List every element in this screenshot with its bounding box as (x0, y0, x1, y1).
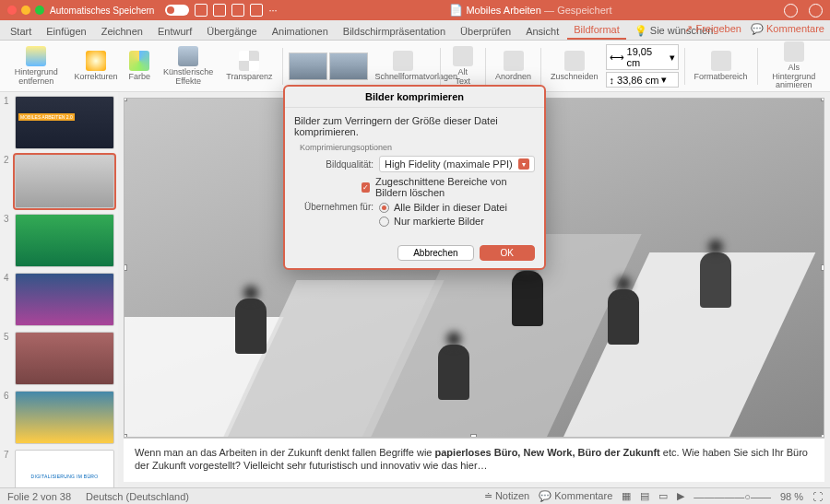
color-button[interactable]: Farbe (125, 51, 154, 82)
corrections-icon (86, 51, 106, 71)
tab-draw[interactable]: Zeichnen (95, 23, 149, 40)
height-input[interactable]: ↕ 33,86 cm ▾ (606, 72, 679, 88)
quick-styles-button[interactable]: Schnellformatvorlagen (372, 51, 434, 82)
window-controls (7, 6, 44, 15)
autosave-toggle[interactable] (165, 5, 189, 16)
ribbon-tabs: Start Einfügen Zeichnen Entwurf Übergäng… (0, 20, 830, 41)
fit-to-window-icon[interactable]: ⛶ (812, 491, 823, 502)
alttext-icon (453, 46, 473, 66)
delete-cropped-label: Zugeschnittene Bereiche von Bildern lösc… (375, 176, 535, 198)
tab-review[interactable]: Überprüfen (454, 23, 517, 40)
slide-counter: Folie 2 von 38 (7, 491, 71, 502)
slide-thumbnails: 1MOBILES ARBEITEN 2.0 2 3 4 5 6 7DIGITAL… (0, 92, 118, 487)
remove-background-button[interactable]: Hintergrund entfernen (6, 46, 66, 87)
document-title: 📄 Mobiles Arbeiten — Gespeichert (283, 4, 778, 17)
tab-insert[interactable]: Einfügen (40, 23, 92, 40)
apply-selected-radio[interactable] (379, 217, 389, 227)
redo-icon[interactable] (250, 4, 263, 17)
tab-animations[interactable]: Animationen (266, 23, 335, 40)
search-icon[interactable] (784, 4, 798, 18)
format-pane-button[interactable]: Formatbereich (691, 51, 752, 82)
crop-icon (564, 51, 585, 71)
resize-handle[interactable] (470, 434, 477, 438)
picture-style-1[interactable] (289, 53, 327, 80)
title-bar: Automatisches Speichern ··· 📄 Mobiles Ar… (0, 0, 830, 20)
tab-picture-format[interactable]: Bildformat (567, 21, 626, 40)
transparency-icon (239, 51, 259, 71)
save-icon[interactable] (213, 4, 226, 17)
apply-to-label: Übernehmen für: (294, 202, 374, 212)
delete-cropped-checkbox[interactable]: ✓ (362, 182, 370, 193)
autosave-label: Automatisches Speichern (50, 6, 154, 16)
notes-toggle[interactable]: ≐ Notizen (484, 490, 529, 502)
zoom-window-icon[interactable] (35, 6, 44, 15)
undo-icon[interactable] (231, 4, 244, 17)
quickstyles-icon (393, 51, 413, 71)
thumbnail-4[interactable]: 4 (4, 273, 114, 326)
close-window-icon[interactable] (7, 6, 17, 15)
tab-start[interactable]: Start (4, 23, 38, 40)
animate-as-background-button[interactable]: Als Hintergrund animieren (764, 41, 824, 91)
thumbnail-7[interactable]: 7DIGITALISIERUNG IM BÜRO (4, 450, 114, 487)
account-icon[interactable] (809, 4, 823, 18)
transparency-button[interactable]: Transparenz (222, 51, 276, 82)
resize-handle[interactable] (124, 264, 127, 271)
alt-text-button[interactable]: Alt Text (445, 46, 480, 87)
picture-style-2[interactable] (329, 53, 368, 80)
home-icon[interactable] (195, 4, 208, 17)
tab-slideshow[interactable]: Bildschirmpräsentation (337, 23, 452, 40)
more-icon[interactable]: ··· (268, 5, 277, 16)
comments-toggle[interactable]: 💬 Kommentare (539, 490, 612, 502)
tab-design[interactable]: Entwurf (151, 23, 198, 40)
resize-handle[interactable] (821, 264, 824, 271)
resize-handle[interactable] (821, 434, 824, 438)
status-bar: Folie 2 von 38 Deutsch (Deutschland) ≐ N… (0, 487, 830, 504)
view-reading-icon[interactable]: ▭ (658, 490, 668, 502)
crop-button[interactable]: Zuschneiden (547, 51, 602, 82)
corrections-button[interactable]: Korrekturen (70, 51, 121, 82)
view-slideshow-icon[interactable]: ▶ (677, 490, 684, 502)
remove-bg-icon (26, 46, 46, 66)
arrange-icon (504, 51, 524, 71)
artistic-effects-button[interactable]: Künstlerische Effekte (158, 46, 219, 87)
view-sorter-icon[interactable]: ▤ (640, 490, 649, 502)
dialog-description: Bilder zum Verringern der Größe dieser D… (294, 115, 535, 137)
resize-handle[interactable] (124, 434, 127, 438)
ok-button[interactable]: OK (480, 245, 535, 261)
quality-label: Bildqualität: (294, 159, 374, 170)
thumbnail-2[interactable]: 2 (4, 155, 114, 208)
thumbnail-5[interactable]: 5 (4, 332, 114, 385)
thumbnail-1[interactable]: 1MOBILES ARBEITEN 2.0 (4, 96, 114, 149)
resize-handle[interactable] (124, 98, 127, 101)
thumb-badge: DIGITALISIERUNG IM BÜRO (31, 474, 99, 479)
dialog-title: Bilder komprimieren (285, 87, 544, 108)
thumbnail-6[interactable]: 6 (4, 391, 114, 444)
share-button[interactable]: ↗ Freigeben (684, 23, 741, 35)
compress-pictures-dialog: Bilder komprimieren Bilder zum Verringer… (283, 85, 546, 270)
compression-options-label: Komprimierungsoptionen (300, 143, 535, 152)
tab-view[interactable]: Ansicht (519, 23, 565, 40)
width-input[interactable]: ⟷ 19,05 cm ▾ (606, 44, 679, 70)
animate-bg-icon (784, 41, 804, 62)
thumbnail-3[interactable]: 3 (4, 214, 114, 267)
zoom-level[interactable]: 98 % (780, 491, 803, 502)
format-pane-icon (711, 51, 731, 71)
resize-handle[interactable] (821, 98, 824, 101)
thumb-badge: MOBILES ARBEITEN 2.0 (18, 113, 75, 121)
comments-button[interactable]: 💬 Kommentare (751, 23, 824, 35)
cancel-button[interactable]: Abbrechen (397, 245, 473, 261)
language-indicator[interactable]: Deutsch (Deutschland) (86, 491, 189, 502)
tab-transitions[interactable]: Übergänge (200, 23, 263, 40)
apply-all-radio[interactable] (379, 203, 389, 213)
artistic-icon (178, 46, 198, 66)
view-normal-icon[interactable]: ▦ (622, 490, 631, 502)
dropdown-arrow-icon: ▾ (518, 158, 529, 170)
arrange-button[interactable]: Anordnen (492, 51, 535, 82)
quality-select[interactable]: High Fidelity (maximale PPI)▾ (379, 156, 535, 172)
color-icon (129, 51, 149, 71)
speaker-notes[interactable]: Wenn man an das Arbeiten in der Zukunft … (124, 438, 824, 482)
minimize-window-icon[interactable] (21, 6, 30, 15)
